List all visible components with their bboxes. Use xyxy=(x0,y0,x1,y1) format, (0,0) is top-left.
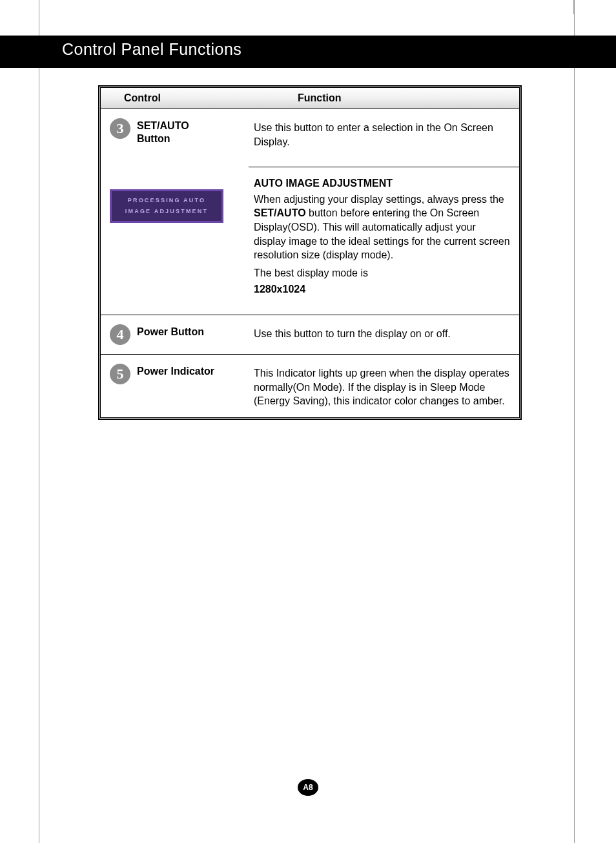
number-badge-3: 3 xyxy=(110,118,130,139)
best-mode-text: The best display mode is xyxy=(254,266,510,280)
number-badge-4: 4 xyxy=(110,324,130,345)
functions-table: Control Function 3 SET/AUTO Button PROCE… xyxy=(98,85,522,420)
page-number-badge: A8 xyxy=(298,779,318,796)
osd-text-line1: PROCESSING AUTO xyxy=(128,195,206,206)
table-header-row: Control Function xyxy=(101,88,519,109)
table-row: 3 SET/AUTO Button PROCESSING AUTO IMAGE … xyxy=(101,109,519,315)
number-badge-5: 5 xyxy=(110,364,130,384)
th-function: Function xyxy=(249,92,342,104)
function-text: This Indicator lights up green when the … xyxy=(249,355,519,417)
function-text: Use this button to turn the display on o… xyxy=(249,315,519,354)
osd-preview-box: PROCESSING AUTO IMAGE ADJUSTMENT xyxy=(110,189,223,223)
th-control: Control xyxy=(101,92,249,104)
function-text: Use this button to enter a selection in … xyxy=(254,121,510,149)
table-row: 4 Power Button Use this button to turn t… xyxy=(101,315,519,355)
sub-heading: AUTO IMAGE ADJUSTMENT xyxy=(254,176,510,191)
control-label: Power Button xyxy=(137,324,204,338)
page-title: Control Panel Functions xyxy=(62,40,241,59)
crop-mark xyxy=(573,0,574,14)
table-row: 5 Power Indicator This Indicator lights … xyxy=(101,355,519,417)
osd-text-line2: IMAGE ADJUSTMENT xyxy=(125,206,208,217)
resolution-text: 1280x1024 xyxy=(254,282,510,297)
sub-body: When adjusting your display settings, al… xyxy=(254,193,510,262)
page-number: A8 xyxy=(303,783,313,792)
control-label: SET/AUTO Button xyxy=(137,118,189,145)
control-label: Power Indicator xyxy=(137,364,214,378)
